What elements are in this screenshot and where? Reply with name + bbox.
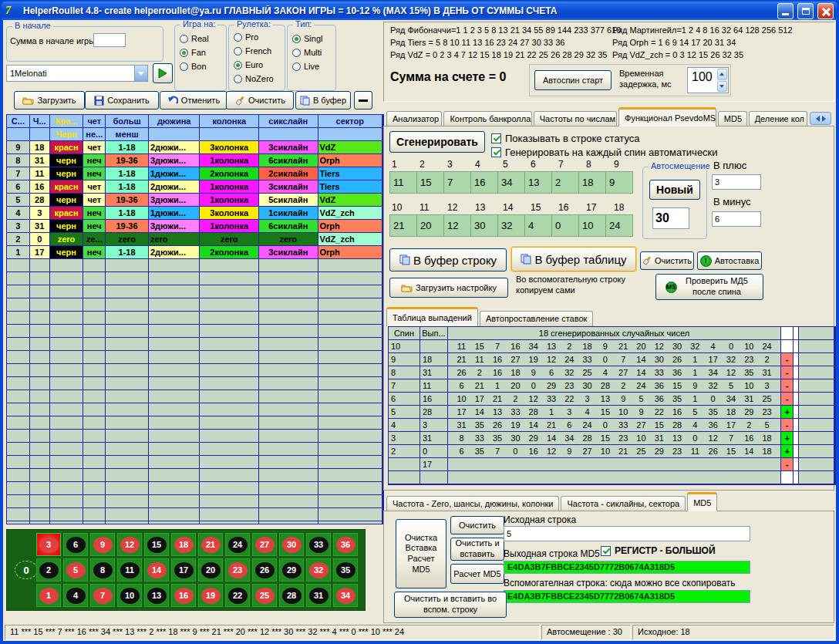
radio-Fan[interactable]: Fan xyxy=(180,46,226,59)
board-number-19[interactable]: 19 xyxy=(198,584,223,607)
tab-Контроль банкролла[interactable]: Контроль банкролла xyxy=(443,111,531,126)
board-number-27[interactable]: 27 xyxy=(252,533,277,556)
board-number-12[interactable]: 12 xyxy=(117,533,142,556)
cell: 3колонка xyxy=(200,207,259,220)
md5-clear-button[interactable]: Очистить xyxy=(450,516,504,534)
radio-French[interactable]: French xyxy=(234,44,285,58)
tab-Частоты по числам[interactable]: Частоты по числам xyxy=(534,111,617,126)
tab-MD5[interactable]: MD5 xyxy=(687,492,717,511)
md5-big-button[interactable]: Очистка Вставка Расчет MD5 xyxy=(396,519,446,588)
board-number-9[interactable]: 9 xyxy=(90,533,115,556)
tab-Автопроставление ставок[interactable]: Автопроставление ставок xyxy=(480,311,593,326)
uppercase-checkbox[interactable]: РЕГИСТР - БОЛЬШОЙ xyxy=(601,545,716,556)
tab-Анализатор[interactable]: Анализатор xyxy=(386,111,442,126)
autobet-button[interactable]: ! Автоставка xyxy=(697,251,762,270)
board-number-18[interactable]: 18 xyxy=(171,533,196,556)
radio-Pro[interactable]: Pro xyxy=(234,30,285,44)
clear-button[interactable]: Очистить xyxy=(226,91,294,110)
collapse-button[interactable] xyxy=(354,91,372,110)
radio-Multi[interactable]: Multi xyxy=(292,46,335,59)
board-number-34[interactable]: 34 xyxy=(333,584,358,607)
md5-calc-button[interactable]: Расчет MD5 xyxy=(450,564,504,584)
cell xyxy=(149,272,200,285)
close-button[interactable] xyxy=(817,3,834,19)
board-number-11[interactable]: 11 xyxy=(117,558,142,582)
show-status-checkbox[interactable]: Показывать в строке статуса xyxy=(491,133,640,144)
board-number-14[interactable]: 14 xyxy=(144,558,169,582)
minimize-button[interactable] xyxy=(777,3,794,19)
profile-select[interactable]: 1Melonati xyxy=(6,65,148,82)
spinner-down-button[interactable] xyxy=(717,81,727,93)
board-number-10[interactable]: 10 xyxy=(117,584,142,607)
tab-scroll-buttons[interactable] xyxy=(810,112,831,125)
board-number-13[interactable]: 13 xyxy=(144,584,169,607)
radio-Real[interactable]: Real xyxy=(180,32,226,46)
tab-Функционал PsevdoMS[interactable]: Функционал PsevdoMS xyxy=(618,107,716,126)
board-number-15[interactable]: 15 xyxy=(144,533,169,556)
board-number-17[interactable]: 17 xyxy=(171,558,196,582)
generate-button[interactable]: Сгенерировать xyxy=(389,131,485,153)
to-buffer-button[interactable]: В буфер xyxy=(295,91,351,110)
board-number-29[interactable]: 29 xyxy=(279,558,304,582)
board-number-26[interactable]: 26 xyxy=(252,558,277,582)
combo-dropdown-button[interactable] xyxy=(134,66,147,81)
tab-MD5[interactable]: MD5 xyxy=(718,111,747,126)
board-number-32[interactable]: 32 xyxy=(306,558,331,582)
board-number-25[interactable]: 25 xyxy=(252,584,277,607)
check-md5-button[interactable]: М5 Проверить МД5 после спина xyxy=(655,274,763,300)
start-sum-input[interactable] xyxy=(93,33,126,47)
board-number-33[interactable]: 33 xyxy=(306,533,331,556)
spins-row: 2063570161292710212529231126151418+ xyxy=(389,445,834,458)
board-number-28[interactable]: 28 xyxy=(279,584,304,607)
new-button[interactable]: Новый xyxy=(649,180,700,200)
board-number-6[interactable]: 6 xyxy=(63,533,88,556)
delay-spinner[interactable]: 100 xyxy=(687,67,729,93)
maximize-button[interactable] xyxy=(797,3,814,19)
undo-button[interactable]: Отменить xyxy=(160,91,227,110)
buffer-table-button[interactable]: В буфер таблицу xyxy=(511,247,636,271)
load-settings-button[interactable]: Загрузить настройку xyxy=(389,278,508,298)
board-number-36[interactable]: 36 xyxy=(333,533,358,556)
board-number-5[interactable]: 5 xyxy=(63,558,88,582)
tab-Таблица выпадений[interactable]: Таблица выпадений xyxy=(386,307,478,326)
plus-input[interactable] xyxy=(712,174,761,190)
radio-Singl[interactable]: Singl xyxy=(292,32,335,46)
board-number-21[interactable]: 21 xyxy=(198,533,223,556)
md5-clear-paste-aux-button[interactable]: Очистить и вставить во вспом. строку xyxy=(394,592,507,618)
board-number-8[interactable]: 8 xyxy=(90,558,115,582)
clear-small-button[interactable]: Очистить xyxy=(640,251,694,270)
board-number-16[interactable]: 16 xyxy=(171,584,196,607)
buffer-row-button[interactable]: В буфер строку xyxy=(389,248,507,271)
autospin-start-button[interactable]: Автоспин старт xyxy=(534,70,612,90)
radio-Euro[interactable]: Euro xyxy=(234,58,285,72)
board-number-2[interactable]: 2 xyxy=(36,558,61,582)
minus-input[interactable] xyxy=(712,211,761,227)
board-number-3[interactable]: 3 xyxy=(36,533,61,556)
md5-clear-paste-button[interactable]: Очистить и вставить xyxy=(450,538,504,561)
board-number-20[interactable]: 20 xyxy=(198,558,223,582)
spinner-up-button[interactable] xyxy=(717,69,727,80)
tab-Деление кол[interactable]: Деление кол xyxy=(749,111,807,126)
board-number-24[interactable]: 24 xyxy=(225,533,250,556)
radio-Bon[interactable]: Bon xyxy=(180,59,226,73)
board-number-7[interactable]: 7 xyxy=(90,584,115,607)
md5-aux-field[interactable]: E4DA3B7FBBCE2345D7772B0674A318D5 xyxy=(504,590,750,603)
radio-NoZero[interactable]: NoZero xyxy=(234,72,285,86)
board-number-22[interactable]: 22 xyxy=(225,584,250,607)
board-number-31[interactable]: 31 xyxy=(306,584,331,607)
board-zero[interactable]: 0 xyxy=(13,558,39,582)
src-input[interactable] xyxy=(504,526,750,541)
auto-generate-checkbox[interactable]: Генерировать на каждый спин автоматическ… xyxy=(491,147,718,158)
board-number-1[interactable]: 1 xyxy=(36,584,61,607)
board-number-35[interactable]: 35 xyxy=(333,558,358,582)
play-button[interactable] xyxy=(153,63,173,83)
radio-Live[interactable]: Live xyxy=(292,59,335,73)
autoshift-value[interactable]: 30 xyxy=(652,207,689,229)
tab-Частота - сиклайны, сектора[interactable]: Частота - сиклайны, сектора xyxy=(561,496,686,511)
load-button[interactable]: Загрузить xyxy=(14,91,85,110)
save-button[interactable]: Сохранить xyxy=(85,91,159,110)
tab-Частота - Zero, шансы, дюжины, колонки[interactable]: Частота - Zero, шансы, дюжины, колонки xyxy=(386,496,559,511)
board-number-4[interactable]: 4 xyxy=(63,584,88,607)
board-number-30[interactable]: 30 xyxy=(279,533,304,556)
board-number-23[interactable]: 23 xyxy=(225,558,250,582)
